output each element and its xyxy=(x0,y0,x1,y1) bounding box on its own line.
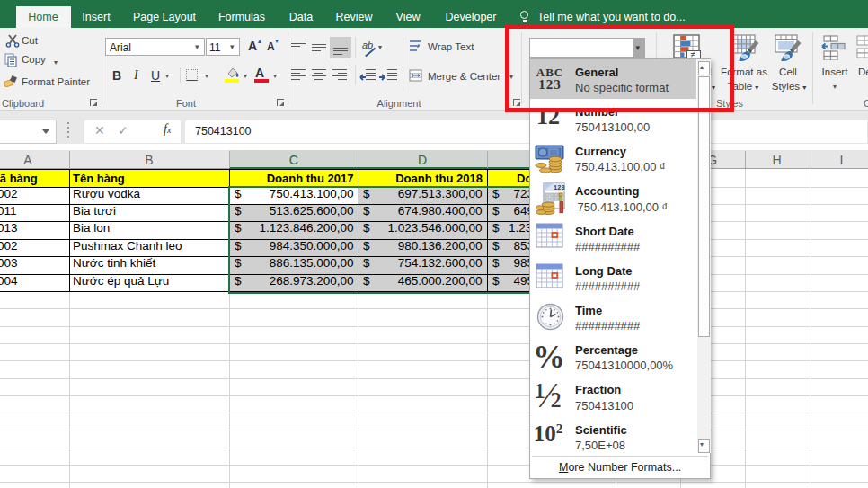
svg-text:123: 123 xyxy=(554,184,565,191)
